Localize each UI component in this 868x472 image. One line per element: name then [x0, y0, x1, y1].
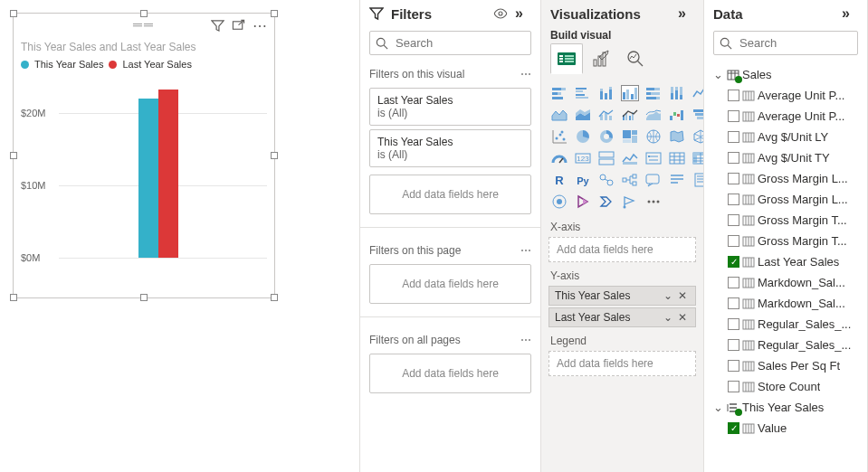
field-row[interactable]: Markdown_Sal...	[710, 272, 863, 293]
field-checkbox[interactable]	[728, 110, 739, 122]
table-icon[interactable]	[668, 150, 686, 166]
line-stacked-column-chart-icon[interactable]	[597, 107, 615, 123]
field-pill[interactable]: Last Year Sales⌄✕	[548, 307, 696, 327]
add-filter-dropzone[interactable]: Add data fields here	[369, 264, 531, 304]
ribbon-chart-icon[interactable]	[644, 107, 663, 123]
field-row[interactable]: Avg $/Unit LY	[710, 127, 863, 147]
data-search[interactable]	[713, 31, 858, 55]
caret-down-icon[interactable]: ⌄	[711, 68, 724, 81]
field-checkbox[interactable]	[728, 90, 739, 101]
gauge-icon[interactable]	[550, 150, 568, 166]
slicer-icon[interactable]	[644, 150, 663, 166]
analytics-tab[interactable]	[619, 43, 652, 74]
field-checkbox[interactable]	[728, 235, 739, 247]
add-filter-dropzone[interactable]: Add data fields here	[369, 175, 531, 214]
search-input[interactable]	[394, 35, 541, 51]
100-stacked-column-chart-icon[interactable]	[668, 85, 686, 101]
resize-handle[interactable]	[271, 152, 278, 159]
report-canvas[interactable]: ══ This Year Sales and Last Year Sales T…	[0, 0, 360, 472]
waterfall-chart-icon[interactable]	[668, 107, 686, 123]
goals-icon[interactable]	[621, 194, 639, 210]
area-chart-icon[interactable]	[550, 107, 568, 123]
section-more-icon[interactable]	[520, 244, 531, 257]
field-pill[interactable]: This Year Sales⌄✕	[548, 286, 696, 306]
remove-field-icon[interactable]: ✕	[675, 311, 690, 324]
pie-chart-icon[interactable]	[574, 128, 592, 145]
field-row[interactable]: Regular_Sales_...	[710, 335, 863, 355]
filter-icon[interactable]	[211, 19, 224, 33]
qa-visual-icon[interactable]	[644, 172, 663, 188]
field-row[interactable]: Last Year Sales	[710, 251, 863, 272]
xaxis-dropzone[interactable]: Add data fields here	[548, 237, 696, 262]
field-checkbox[interactable]	[728, 277, 739, 288]
field-row[interactable]: Markdown_Sal...	[710, 293, 863, 314]
line-chart-icon[interactable]	[692, 85, 704, 101]
field-row[interactable]: Regular_Sales_...	[710, 314, 863, 335]
clustered-bar-chart-icon[interactable]	[574, 85, 592, 101]
chevron-down-icon[interactable]: ⌄	[661, 289, 675, 302]
resize-handle[interactable]	[271, 294, 278, 301]
focus-mode-icon[interactable]	[232, 19, 245, 33]
search-input[interactable]	[738, 35, 868, 51]
field-row[interactable]: Value	[710, 418, 863, 439]
format-visual-tab[interactable]	[585, 43, 617, 74]
field-checkbox[interactable]	[728, 194, 739, 205]
r-visual-icon[interactable]: R	[550, 172, 568, 188]
legend-dropzone[interactable]: Add data fields here	[548, 351, 696, 376]
decomposition-tree-icon[interactable]	[621, 172, 639, 188]
field-row[interactable]: Sales Per Sq Ft	[710, 355, 863, 376]
stacked-column-chart-icon[interactable]	[597, 85, 615, 101]
field-row[interactable]: Gross Margin T...	[710, 210, 863, 231]
line-clustered-column-chart-icon[interactable]	[621, 107, 639, 123]
more-options-icon[interactable]	[253, 19, 267, 33]
map-icon[interactable]	[644, 128, 663, 145]
collapse-panel-icon[interactable]: »	[678, 5, 694, 22]
kpi-icon[interactable]	[621, 150, 639, 166]
collapse-panel-icon[interactable]: »	[515, 5, 531, 22]
caret-down-icon[interactable]: ⌄	[711, 401, 724, 414]
field-row[interactable]: Gross Margin L...	[710, 168, 863, 189]
field-checkbox[interactable]	[728, 131, 739, 143]
field-row[interactable]: Avg $/Unit TY	[710, 147, 863, 168]
table-node[interactable]: ⌄This Year Sales	[710, 397, 863, 418]
field-row[interactable]: Store Count	[710, 376, 863, 397]
section-more-icon[interactable]	[520, 68, 531, 80]
field-row[interactable]: Gross Margin T...	[710, 231, 863, 251]
field-checkbox[interactable]	[728, 339, 739, 351]
stacked-area-chart-icon[interactable]	[574, 107, 592, 123]
table-node[interactable]: ⌄Sales	[710, 64, 863, 85]
field-checkbox[interactable]	[728, 318, 739, 330]
scatter-chart-icon[interactable]	[550, 128, 568, 145]
field-checkbox[interactable]	[728, 381, 739, 392]
arcgis-map-icon[interactable]	[550, 194, 568, 210]
field-checkbox[interactable]	[728, 152, 739, 164]
more-visuals-icon[interactable]	[644, 194, 663, 210]
field-row[interactable]: Gross Margin L...	[710, 189, 863, 210]
100-stacked-bar-chart-icon[interactable]	[644, 85, 663, 101]
treemap-icon[interactable]	[621, 128, 639, 145]
resize-handle[interactable]	[271, 10, 278, 17]
field-row[interactable]: Average Unit P...	[710, 106, 863, 127]
power-apps-icon[interactable]	[574, 194, 592, 210]
multirow-card-icon[interactable]	[597, 150, 615, 166]
chart-bar[interactable]	[138, 99, 158, 258]
python-visual-icon[interactable]: Py	[574, 172, 592, 188]
filters-search[interactable]	[369, 31, 531, 55]
move-grip-icon[interactable]: ══	[133, 17, 155, 32]
resize-handle[interactable]	[10, 294, 17, 301]
column-chart-visual[interactable]: ══ This Year Sales and Last Year Sales T…	[13, 13, 275, 298]
smart-narrative-icon[interactable]	[668, 172, 686, 188]
azure-map-icon[interactable]	[692, 128, 704, 145]
section-more-icon[interactable]	[520, 334, 531, 346]
resize-handle[interactable]	[10, 152, 17, 159]
field-checkbox[interactable]	[728, 360, 739, 372]
chart-bar[interactable]	[158, 90, 178, 258]
remove-field-icon[interactable]: ✕	[675, 289, 690, 302]
field-checkbox[interactable]	[728, 173, 739, 184]
field-checkbox[interactable]	[728, 256, 739, 268]
stacked-bar-chart-icon[interactable]	[550, 85, 568, 101]
resize-handle[interactable]	[140, 294, 148, 301]
field-checkbox[interactable]	[728, 422, 739, 434]
card-icon[interactable]: 123	[574, 150, 592, 166]
power-automate-icon[interactable]	[597, 194, 615, 210]
